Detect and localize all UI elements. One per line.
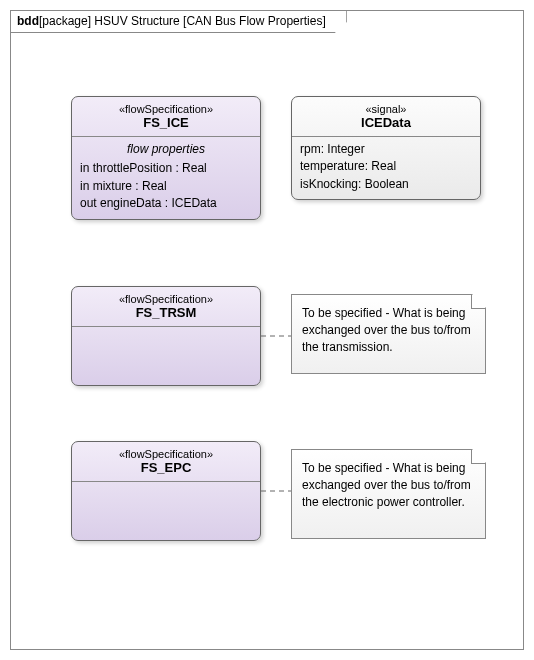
block-fs-epc: «flowSpecification» FS_EPC <box>71 441 261 541</box>
fs-ice-prop: out engineData : ICEData <box>80 195 252 212</box>
fs-trsm-compartment <box>72 327 260 382</box>
block-icedata: «signal» ICEData rpm: Integer temperatur… <box>291 96 481 200</box>
note-fold-icon <box>471 295 485 309</box>
block-head-fs-trsm: «flowSpecification» FS_TRSM <box>72 287 260 326</box>
bdd-frame: bdd[package] HSUV Structure [CAN Bus Flo… <box>10 10 524 650</box>
block-head-icedata: «signal» ICEData <box>292 97 480 136</box>
note-trsm: To be specified - What is being exchange… <box>291 294 486 374</box>
icedata-prop: rpm: Integer <box>300 141 472 158</box>
block-head-fs-ice: «flowSpecification» FS_ICE <box>72 97 260 136</box>
note-epc: To be specified - What is being exchange… <box>291 449 486 539</box>
icedata-prop: isKnocking: Boolean <box>300 176 472 193</box>
stereo-fs-trsm: «flowSpecification» <box>76 293 256 305</box>
name-fs-epc: FS_EPC <box>76 460 256 475</box>
frame-title: [package] HSUV Structure [CAN Bus Flow P… <box>39 14 326 28</box>
stereo-fs-ice: «flowSpecification» <box>76 103 256 115</box>
block-fs-trsm: «flowSpecification» FS_TRSM <box>71 286 261 386</box>
block-fs-ice: «flowSpecification» FS_ICE flow properti… <box>71 96 261 220</box>
frame-header: bdd[package] HSUV Structure [CAN Bus Flo… <box>11 11 347 33</box>
frame-kind: bdd <box>17 14 39 28</box>
icedata-prop: temperature: Real <box>300 158 472 175</box>
fs-ice-prop: in throttlePosition : Real <box>80 160 252 177</box>
block-head-fs-epc: «flowSpecification» FS_EPC <box>72 442 260 481</box>
fs-epc-compartment <box>72 482 260 537</box>
note-trsm-text: To be specified - What is being exchange… <box>302 306 471 354</box>
note-fold-icon <box>471 450 485 464</box>
name-fs-ice: FS_ICE <box>76 115 256 130</box>
name-fs-trsm: FS_TRSM <box>76 305 256 320</box>
stereo-icedata: «signal» <box>296 103 476 115</box>
stereo-fs-epc: «flowSpecification» <box>76 448 256 460</box>
name-icedata: ICEData <box>296 115 476 130</box>
fs-ice-prop: in mixture : Real <box>80 178 252 195</box>
fs-ice-compartment-title: flow properties <box>80 141 252 158</box>
fs-ice-compartment: flow properties in throttlePosition : Re… <box>72 137 260 219</box>
icedata-compartment: rpm: Integer temperature: Real isKnockin… <box>292 137 480 199</box>
note-epc-text: To be specified - What is being exchange… <box>302 461 471 509</box>
